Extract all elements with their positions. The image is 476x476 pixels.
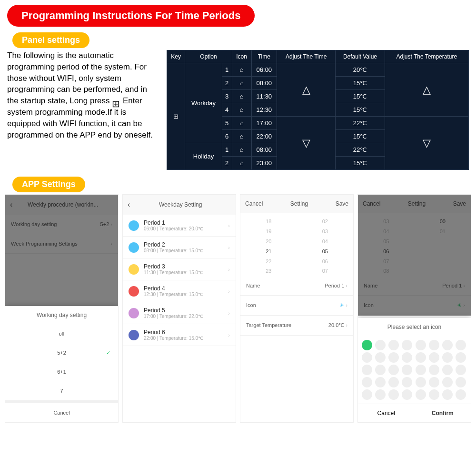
temp-down-icon[interactable]: ▽ xyxy=(385,117,468,170)
picker-value[interactable]: 00 xyxy=(415,217,471,227)
picker-value[interactable]: 05 xyxy=(358,237,415,247)
time-up-icon[interactable]: △ xyxy=(277,63,336,117)
time-picker[interactable]: 030405060708 0001 xyxy=(358,213,471,276)
row-icon[interactable]: Icon☀ › xyxy=(240,296,353,316)
picker-value[interactable]: 23 xyxy=(240,266,297,276)
picker-value[interactable]: 04 xyxy=(297,237,354,247)
cancel-button[interactable]: Cancel xyxy=(245,200,263,207)
picker-value[interactable]: 01 xyxy=(415,227,471,237)
period-item[interactable]: Period 311:30 | Temperature: 15.0℃› xyxy=(123,258,236,280)
icon-option[interactable] xyxy=(362,352,372,363)
sheet-title: Please select an icon xyxy=(358,318,471,336)
time-down-icon[interactable]: ▽ xyxy=(277,117,336,170)
icon-option[interactable] xyxy=(416,352,426,363)
row-temp: 20℃ xyxy=(336,63,385,77)
sun-icon: ☀ xyxy=(457,302,462,308)
picker-value[interactable]: 21 xyxy=(240,247,297,257)
period-subtitle: 08:00 | Temperature: 15.0℃ xyxy=(144,248,203,253)
picker-value[interactable]: 03 xyxy=(297,227,354,237)
screen-title: Setting xyxy=(290,200,308,207)
period-item[interactable]: Period 622:00 | Temperature: 15.0℃› xyxy=(123,324,236,346)
sheet-option[interactable]: 7 xyxy=(5,381,118,400)
picker-value[interactable]: 02 xyxy=(297,217,354,227)
row-icon[interactable]: Icon☀ › xyxy=(358,296,471,316)
icon-option[interactable] xyxy=(388,340,399,350)
sheet-cancel-button[interactable]: Cancel xyxy=(5,400,118,422)
icon-option[interactable] xyxy=(416,377,426,387)
icon-option[interactable] xyxy=(456,340,466,350)
time-picker[interactable]: 181920212223 020304050607 xyxy=(240,213,353,276)
icon-option[interactable] xyxy=(442,340,453,350)
icon-option[interactable] xyxy=(456,365,466,375)
icon-option[interactable] xyxy=(388,389,399,400)
picker-value[interactable]: 06 xyxy=(358,247,415,257)
icon-option[interactable] xyxy=(456,389,466,400)
icon-option[interactable] xyxy=(402,377,412,387)
save-button[interactable]: Save xyxy=(336,200,348,207)
picker-value[interactable]: 07 xyxy=(297,266,354,276)
back-icon[interactable]: ‹ xyxy=(10,200,12,209)
icon-option[interactable] xyxy=(375,340,386,350)
back-icon[interactable]: ‹ xyxy=(128,200,130,209)
icon-option[interactable] xyxy=(402,352,412,363)
row-name[interactable]: NamePeriod 1 › xyxy=(240,276,353,296)
sheet-option[interactable]: off xyxy=(5,324,118,343)
picker-value[interactable]: 19 xyxy=(240,227,297,237)
icon-option[interactable] xyxy=(402,365,412,375)
picker-value[interactable]: 07 xyxy=(358,257,415,267)
icon-option[interactable] xyxy=(388,365,399,375)
picker-value[interactable]: 05 xyxy=(297,247,354,257)
icon-option[interactable] xyxy=(429,352,439,363)
picker-value[interactable]: 20 xyxy=(240,237,297,247)
sheet-confirm-button[interactable]: Confirm xyxy=(415,404,471,422)
save-button[interactable]: Save xyxy=(453,200,466,207)
picker-value[interactable]: 18 xyxy=(240,217,297,227)
icon-option[interactable] xyxy=(429,377,439,387)
icon-option[interactable] xyxy=(429,389,439,400)
icon-option[interactable] xyxy=(442,389,453,400)
list-row-week-programming[interactable]: Week Programming Settings› xyxy=(5,234,118,254)
icon-option[interactable] xyxy=(442,352,453,363)
icon-option[interactable] xyxy=(375,365,386,375)
icon-option[interactable] xyxy=(442,365,453,375)
icon-option[interactable] xyxy=(375,377,386,387)
icon-option[interactable] xyxy=(456,377,466,387)
icon-option[interactable] xyxy=(416,340,426,350)
picker-value[interactable]: 06 xyxy=(297,257,354,267)
chevron-right-icon: › xyxy=(463,302,465,308)
sheet-option[interactable]: 5+2 xyxy=(5,343,118,362)
cancel-button[interactable]: Cancel xyxy=(363,200,380,207)
icon-option[interactable] xyxy=(362,365,372,375)
period-item[interactable]: Period 517:00 | Temperature: 22.0℃› xyxy=(123,302,236,324)
picker-value[interactable]: 08 xyxy=(358,266,415,276)
row-target-temp[interactable]: Target Temperature20.0℃ › xyxy=(240,316,353,336)
sheet-cancel-button[interactable]: Cancel xyxy=(358,404,415,422)
icon-option[interactable] xyxy=(416,365,426,375)
period-item[interactable]: Period 106:00 | Temperature: 20.0℃› xyxy=(123,215,236,237)
picker-value[interactable]: 22 xyxy=(240,257,297,267)
icon-option[interactable] xyxy=(375,352,386,363)
picker-value[interactable]: 04 xyxy=(358,227,415,237)
icon-option[interactable] xyxy=(388,352,399,363)
period-item[interactable]: Period 208:00 | Temperature: 15.0℃› xyxy=(123,237,236,258)
icon-option[interactable] xyxy=(402,389,412,400)
row-label: Icon xyxy=(364,302,374,308)
row-name[interactable]: NamePeriod 1 › xyxy=(358,276,471,296)
sheet-option[interactable]: 6+1 xyxy=(5,362,118,381)
icon-option[interactable] xyxy=(375,389,386,400)
icon-option[interactable] xyxy=(362,340,372,350)
icon-option[interactable] xyxy=(362,377,372,387)
list-row-working-day[interactable]: Working day setting5+2 › xyxy=(5,215,118,234)
picker-value[interactable]: 03 xyxy=(358,217,415,227)
icon-option[interactable] xyxy=(456,352,466,363)
icon-option[interactable] xyxy=(429,365,439,375)
row-label: Target Temperature xyxy=(246,322,291,328)
icon-option[interactable] xyxy=(388,377,399,387)
icon-option[interactable] xyxy=(362,389,372,400)
icon-option[interactable] xyxy=(442,377,453,387)
period-item[interactable]: Period 412:30 | Temperature: 15.0℃› xyxy=(123,280,236,302)
temp-up-icon[interactable]: △ xyxy=(385,63,468,117)
icon-option[interactable] xyxy=(429,340,439,350)
icon-option[interactable] xyxy=(402,340,412,350)
icon-option[interactable] xyxy=(416,389,426,400)
